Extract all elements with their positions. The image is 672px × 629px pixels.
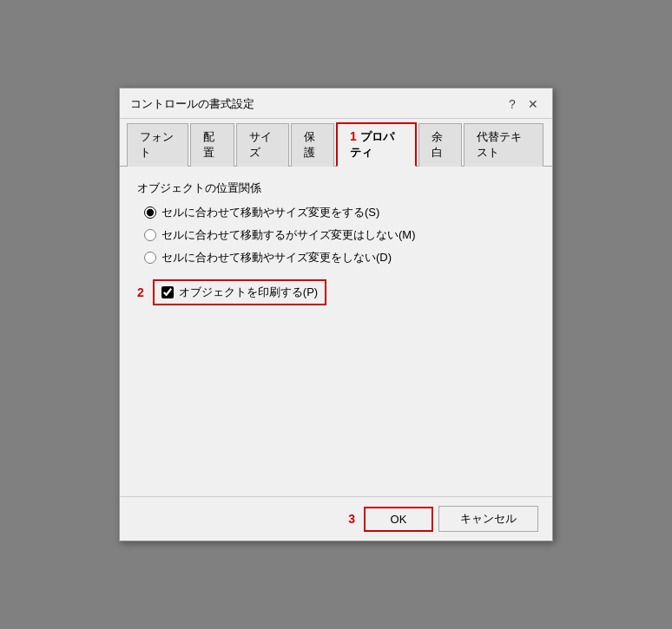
tab-margin[interactable]: 余白 xyxy=(418,123,463,167)
radio-group: セルに合わせて移動やサイズ変更をする(S) セルに合わせて移動するがサイズ変更は… xyxy=(144,205,535,265)
radio-move-only-input[interactable] xyxy=(144,229,156,241)
title-controls: ? ✕ xyxy=(504,95,542,113)
tab-properties-annotation: 1 xyxy=(350,129,357,143)
radio-move-size-input[interactable] xyxy=(144,206,156,219)
print-checkbox-input[interactable] xyxy=(161,286,174,298)
radio-no-move-size-label: セルに合わせて移動やサイズ変更をしない(D) xyxy=(161,250,392,265)
dialog-title: コントロールの書式設定 xyxy=(130,96,254,112)
help-button[interactable]: ? xyxy=(504,95,521,113)
tab-size[interactable]: サイズ xyxy=(236,123,289,167)
section-title: オブジェクトの位置関係 xyxy=(137,180,535,196)
checkbox-annotation: 2 xyxy=(137,285,144,299)
ok-annotation: 3 xyxy=(348,512,355,526)
title-bar: コントロールの書式設定 ? ✕ xyxy=(120,88,552,119)
close-button[interactable]: ✕ xyxy=(524,95,542,113)
cancel-button[interactable]: キャンセル xyxy=(438,506,538,532)
radio-no-move-size-input[interactable] xyxy=(144,252,156,264)
radio-move-size[interactable]: セルに合わせて移動やサイズ変更をする(S) xyxy=(144,205,535,220)
radio-move-only-label: セルに合わせて移動するがサイズ変更はしない(M) xyxy=(161,227,416,243)
tab-bar: フォント 配置 サイズ 保護 1プロパティ 余白 代替テキスト xyxy=(120,119,552,167)
tab-alt-text[interactable]: 代替テキスト xyxy=(464,123,544,167)
tab-font[interactable]: フォント xyxy=(127,123,188,167)
ok-button[interactable]: OK xyxy=(364,507,433,532)
dialog: コントロールの書式設定 ? ✕ フォント 配置 サイズ 保護 1プロパティ 余白… xyxy=(119,88,553,541)
print-checkbox-wrapper: オブジェクトを印刷する(P) xyxy=(153,279,326,305)
radio-no-move-size[interactable]: セルに合わせて移動やサイズ変更をしない(D) xyxy=(144,250,535,265)
tab-properties[interactable]: 1プロパティ xyxy=(336,122,417,167)
print-checkbox-label: オブジェクトを印刷する(P) xyxy=(179,285,318,300)
dialog-body: オブジェクトの位置関係 セルに合わせて移動やサイズ変更をする(S) セルに合わせ… xyxy=(120,167,552,496)
print-checkbox-row: 2 オブジェクトを印刷する(P) xyxy=(137,279,535,305)
tab-protection[interactable]: 保護 xyxy=(291,123,335,167)
radio-move-only[interactable]: セルに合わせて移動するがサイズ変更はしない(M) xyxy=(144,227,535,243)
tab-alignment[interactable]: 配置 xyxy=(190,123,234,167)
radio-move-size-label: セルに合わせて移動やサイズ変更をする(S) xyxy=(161,205,379,220)
dialog-footer: 3 OK キャンセル xyxy=(120,496,552,541)
footer-annotation-row: 3 OK キャンセル xyxy=(134,506,538,532)
